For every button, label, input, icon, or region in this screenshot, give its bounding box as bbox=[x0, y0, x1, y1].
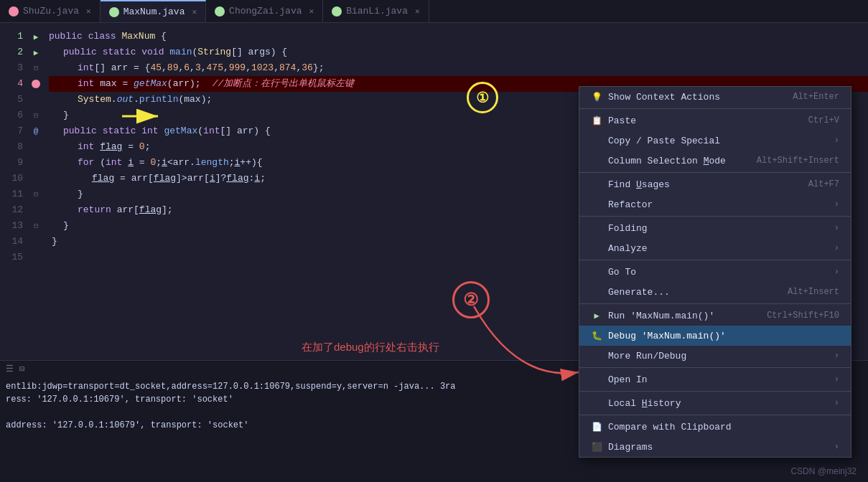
menu-diagrams[interactable]: ⬛ Diagrams › bbox=[579, 437, 851, 457]
folding-icon bbox=[591, 222, 602, 234]
menu-label-generate: Generate... bbox=[608, 287, 670, 298]
gutter-run-fold-2[interactable]: ▶ bbox=[29, 44, 43, 60]
line-num-3: 3 bbox=[0, 60, 23, 76]
tab-bianli[interactable]: BianLi.java ✕ bbox=[323, 0, 429, 22]
menu-folding[interactable]: Folding › bbox=[579, 218, 851, 238]
generate-icon bbox=[591, 286, 602, 298]
context-menu: 💡 Show Context Actions Alt+Enter 📋 Paste… bbox=[579, 86, 851, 458]
menu-label-more-run: More Run/Debug bbox=[608, 351, 686, 362]
code-line-2: public static void main(String[] args) { bbox=[49, 44, 868, 60]
menu-shortcut-paste: Ctrl+V bbox=[808, 115, 839, 126]
watermark: CSDN @meinj32 bbox=[790, 466, 857, 476]
menu-label-column: Column Selection Mode bbox=[608, 156, 726, 166]
paste-icon: 📋 bbox=[591, 115, 602, 126]
line-num-4: 4 bbox=[0, 76, 23, 92]
gutter-11: ⊟ bbox=[29, 186, 43, 202]
tab-label-chongzai: ChongZai.java bbox=[229, 6, 302, 16]
gutter: ▶ ▶ ⊟ ⊟ @ ⊟ ⊟ bbox=[29, 23, 43, 360]
arrow-right-more-run: › bbox=[834, 351, 839, 361]
arrow-right-goto: › bbox=[834, 267, 839, 277]
menu-divider-4 bbox=[579, 260, 851, 260]
menu-label-refactor: Refactor bbox=[608, 199, 653, 210]
line-num-8: 8 bbox=[0, 139, 23, 155]
open-in-icon bbox=[591, 374, 602, 385]
gutter-9 bbox=[29, 155, 43, 171]
menu-label-debug: Debug 'MaxNum.main()' bbox=[608, 331, 726, 341]
refactor-icon bbox=[591, 199, 602, 210]
gutter-6: ⊟ bbox=[29, 108, 43, 123]
gutter-10 bbox=[29, 171, 43, 186]
tab-icon-shuzu bbox=[9, 6, 19, 16]
menu-local-history[interactable]: Local History › bbox=[579, 393, 851, 413]
menu-show-context-actions[interactable]: 💡 Show Context Actions Alt+Enter bbox=[579, 87, 851, 107]
debug-icon: 🐛 bbox=[591, 330, 602, 341]
menu-divider-1 bbox=[579, 108, 851, 109]
menu-label-folding: Folding bbox=[608, 223, 648, 234]
menu-debug[interactable]: 🐛 Debug 'MaxNum.main()' bbox=[579, 326, 851, 346]
line-num-12: 12 bbox=[0, 202, 23, 218]
tab-icon-bianli bbox=[332, 6, 342, 16]
gutter-12 bbox=[29, 202, 43, 218]
line-num-7: 7 bbox=[0, 123, 23, 139]
tab-shuzu[interactable]: ShuZu.java ✕ bbox=[0, 0, 101, 22]
menu-column-selection[interactable]: Column Selection Mode Alt+Shift+Insert bbox=[579, 151, 851, 171]
gutter-run-1[interactable]: ▶ bbox=[29, 29, 43, 44]
code-line-3: int[] arr = {45,89,6,3,475,999,1023,874,… bbox=[49, 60, 868, 76]
line-num-10: 10 bbox=[0, 171, 23, 186]
tab-label-maxnum: MaxNum.java bbox=[123, 6, 185, 17]
gutter-13: ⊟ bbox=[29, 218, 43, 234]
menu-shortcut-column: Alt+Shift+Insert bbox=[757, 156, 839, 166]
tab-close-maxnum[interactable]: ✕ bbox=[192, 7, 197, 16]
tab-close-bianli[interactable]: ✕ bbox=[415, 6, 420, 16]
tab-label-bianli: BianLi.java bbox=[346, 6, 408, 16]
menu-label-copy-paste: Copy / Paste Special bbox=[608, 136, 720, 146]
tab-icon-maxnum bbox=[109, 7, 119, 17]
gutter-fold-3[interactable]: ⊟ bbox=[29, 60, 43, 76]
arrow-right-diagrams: › bbox=[834, 442, 839, 452]
gutter-5 bbox=[29, 92, 43, 108]
tab-close-chongzai[interactable]: ✕ bbox=[309, 6, 314, 16]
menu-divider-7 bbox=[579, 391, 851, 392]
find-icon bbox=[591, 179, 602, 190]
menu-label-paste: Paste bbox=[608, 115, 636, 126]
arrow-right-refactor: › bbox=[834, 199, 839, 209]
menu-label-goto: Go To bbox=[608, 267, 636, 278]
line-num-6: 6 bbox=[0, 108, 23, 123]
gutter-8 bbox=[29, 139, 43, 155]
menu-analyze[interactable]: Analyze › bbox=[579, 238, 851, 258]
menu-divider-8 bbox=[579, 415, 851, 415]
menu-generate[interactable]: Generate... Alt+Insert bbox=[579, 282, 851, 302]
column-icon bbox=[591, 155, 602, 166]
console-icon[interactable]: ☰ bbox=[6, 364, 14, 374]
menu-divider-3 bbox=[579, 216, 851, 217]
menu-find-usages[interactable]: Find Usages Alt+F7 bbox=[579, 174, 851, 194]
menu-copy-paste-special[interactable]: Copy / Paste Special › bbox=[579, 131, 851, 151]
menu-shortcut-find: Alt+F7 bbox=[808, 179, 839, 189]
menu-compare-clipboard[interactable]: 📄 Compare with Clipboard bbox=[579, 417, 851, 437]
arrow-right-open-in: › bbox=[834, 374, 839, 384]
menu-open-in[interactable]: Open In › bbox=[579, 369, 851, 389]
arrow-right-history: › bbox=[834, 398, 839, 408]
bulb-icon: 💡 bbox=[591, 91, 602, 103]
clear-icon[interactable]: ⊟ bbox=[19, 364, 24, 374]
copy-icon bbox=[591, 135, 602, 146]
menu-label-analyze: Analyze bbox=[608, 243, 648, 254]
tab-maxnum[interactable]: MaxNum.java ✕ bbox=[101, 0, 206, 22]
menu-shortcut-generate: Alt+Insert bbox=[788, 287, 839, 297]
line-num-14: 14 bbox=[0, 234, 23, 250]
menu-more-run[interactable]: More Run/Debug › bbox=[579, 346, 851, 366]
menu-run[interactable]: ▶ Run 'MaxNum.main()' Ctrl+Shift+F10 bbox=[579, 306, 851, 326]
tab-chongzai[interactable]: ChongZai.java ✕ bbox=[206, 0, 323, 22]
gutter-at-7[interactable]: @ bbox=[29, 123, 43, 139]
line-num-9: 9 bbox=[0, 155, 23, 171]
more-run-icon bbox=[591, 350, 602, 362]
tab-close-shuzu[interactable]: ✕ bbox=[86, 6, 91, 16]
menu-paste[interactable]: 📋 Paste Ctrl+V bbox=[579, 110, 851, 131]
line-numbers: 1 2 3 4 5 6 7 8 9 10 11 12 13 14 15 bbox=[0, 23, 29, 360]
gutter-bp-4[interactable] bbox=[29, 76, 43, 92]
menu-refactor[interactable]: Refactor › bbox=[579, 194, 851, 214]
menu-goto[interactable]: Go To › bbox=[579, 262, 851, 282]
tab-icon-chongzai bbox=[215, 6, 225, 16]
compare-icon: 📄 bbox=[591, 421, 602, 433]
arrow-right-analyze: › bbox=[834, 243, 839, 253]
